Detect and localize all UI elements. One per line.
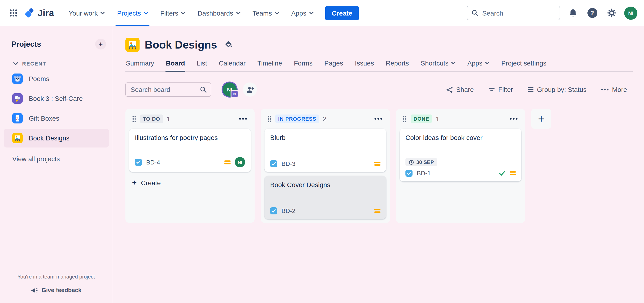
task-type-icon (270, 160, 277, 167)
board-member-avatar[interactable]: NI N (222, 82, 237, 97)
card-list: Blurb BD-3 (264, 129, 386, 219)
issue-card-bd-1[interactable]: Color ideas for book cover 30 SEP (400, 129, 522, 181)
page-title: Book Designs (145, 38, 217, 51)
card-title: Blurb (270, 133, 380, 142)
nav-item-teams[interactable]: Teams (246, 0, 285, 26)
bell-icon (568, 8, 577, 17)
nav-item-filters[interactable]: Filters (154, 0, 192, 26)
tab-calendar[interactable]: Calendar (218, 57, 246, 71)
tab-apps[interactable]: Apps (467, 57, 490, 71)
person-add-icon (246, 86, 254, 93)
easel-project-icon (12, 133, 23, 143)
column-in-progress: IN PROGRESS 2 Blurb BD-3 (261, 109, 390, 223)
issue-key: BD-1 (417, 170, 431, 177)
global-search-input[interactable] (467, 6, 560, 20)
issue-key: BD-3 (282, 160, 295, 167)
team-badge: N (230, 90, 238, 98)
tab-issues[interactable]: Issues (354, 57, 374, 71)
tab-board[interactable]: Board (166, 57, 186, 71)
paint-bucket-icon[interactable] (225, 40, 234, 49)
issue-card-bd-4[interactable]: Illustrations for poetry pages BD-4 NI (129, 129, 251, 172)
add-project-button[interactable]: + (95, 39, 106, 49)
create-issue-button[interactable]: + Create (129, 177, 251, 189)
board-search-input[interactable] (126, 82, 211, 97)
more-button[interactable]: More (601, 86, 627, 93)
tab-shortcuts[interactable]: Shortcuts (420, 57, 456, 71)
tab-summary[interactable]: Summary (126, 57, 155, 71)
nav-item-projects[interactable]: Projects (111, 0, 154, 26)
nav-item-apps[interactable]: Apps (285, 0, 320, 26)
card-title: Color ideas for book cover (406, 133, 516, 142)
sidebar-item-poems[interactable]: Poems (4, 69, 109, 88)
drag-handle-icon[interactable] (132, 115, 136, 122)
tab-list[interactable]: List (196, 57, 208, 71)
column-menu-button[interactable] (509, 116, 518, 122)
card-title: Illustrations for poetry pages (135, 133, 245, 142)
share-button[interactable]: Share (446, 86, 474, 93)
question-mark-icon: ? (587, 8, 597, 18)
sidebar-item-gift-boxes[interactable]: Gift Boxes (4, 109, 109, 128)
plus-icon: + (538, 112, 544, 125)
storm-project-icon (12, 93, 23, 104)
phone-project-icon (12, 113, 23, 123)
task-type-icon (406, 170, 412, 177)
board-actions: Share Filter Group by: Status (446, 86, 627, 93)
issue-key: BD-2 (282, 207, 295, 214)
board-search (126, 82, 211, 97)
nav-item-your-work[interactable]: Your work (62, 0, 111, 26)
column-header: IN PROGRESS 2 (264, 113, 386, 125)
sidebar-item-label: Book 3 : Self-Care (29, 95, 83, 102)
team-managed-note: You're in a team-managed project (0, 274, 112, 280)
tab-timeline[interactable]: Timeline (257, 57, 283, 71)
share-icon (446, 86, 453, 93)
jira-board-page: Jira Your work Projects Filters Dashboar… (0, 0, 644, 303)
give-feedback-button[interactable]: Give feedback (0, 287, 112, 294)
issue-key: BD-4 (146, 159, 160, 166)
global-search (467, 6, 560, 20)
sidebar-item-book-3-self-care[interactable]: Book 3 : Self-Care (4, 89, 109, 108)
user-avatar[interactable]: NI (624, 6, 638, 19)
notifications-button[interactable] (566, 6, 580, 19)
project-tabs: Summary Board List Calendar Timeline For… (126, 57, 633, 72)
help-button[interactable]: ? (586, 6, 599, 19)
add-column-button[interactable]: + (531, 109, 551, 129)
issue-card-bd-2[interactable]: Book Cover Designs BD-2 (264, 176, 386, 219)
issue-count: 1 (167, 115, 170, 122)
card-footer: BD-3 (270, 160, 380, 167)
sidebar-item-label: Book Designs (29, 134, 70, 142)
app-switcher-button[interactable] (6, 5, 21, 20)
issue-card-bd-3[interactable]: Blurb BD-3 (264, 129, 386, 172)
filter-button[interactable]: Filter (488, 86, 513, 93)
priority-medium-icon (374, 209, 380, 213)
create-button[interactable]: Create (325, 6, 359, 20)
plus-icon: + (132, 180, 137, 186)
nav-item-dashboards[interactable]: Dashboards (192, 0, 246, 26)
drag-handle-icon[interactable] (267, 115, 272, 122)
tab-forms[interactable]: Forms (294, 57, 313, 71)
koala-project-icon (12, 73, 23, 84)
jira-logo[interactable]: Jira (24, 8, 54, 18)
chevron-down-icon (181, 11, 185, 14)
settings-button[interactable] (605, 6, 618, 19)
view-all-projects-link[interactable]: View all projects (12, 155, 109, 163)
clock-icon (409, 160, 414, 165)
drag-handle-icon[interactable] (402, 115, 407, 122)
chevron-down-icon (309, 11, 313, 14)
tab-reports[interactable]: Reports (385, 57, 409, 71)
column-header: DONE 1 (400, 113, 522, 125)
tab-project-settings[interactable]: Project settings (501, 57, 547, 71)
assignee-avatar[interactable]: NI (235, 157, 245, 167)
grid-icon (9, 8, 18, 17)
sidebar-item-book-designs[interactable]: Book Designs (4, 129, 109, 147)
column-done: DONE 1 Color ideas for book cover (396, 109, 525, 223)
add-people-button[interactable] (243, 82, 257, 97)
recent-section-toggle[interactable]: RECENT (13, 61, 113, 66)
projects-sidebar: Projects + RECENT Poems Book 3 : Self-Ca… (0, 26, 113, 303)
column-menu-button[interactable] (238, 116, 248, 122)
chevron-down-icon (101, 11, 105, 14)
recent-projects-list: Poems Book 3 : Self-Care Gift Boxes Book… (0, 69, 113, 147)
tab-pages[interactable]: Pages (324, 57, 344, 71)
megaphone-icon (31, 287, 38, 293)
group-by-button[interactable]: Group by: Status (528, 86, 586, 93)
column-menu-button[interactable] (374, 116, 383, 122)
